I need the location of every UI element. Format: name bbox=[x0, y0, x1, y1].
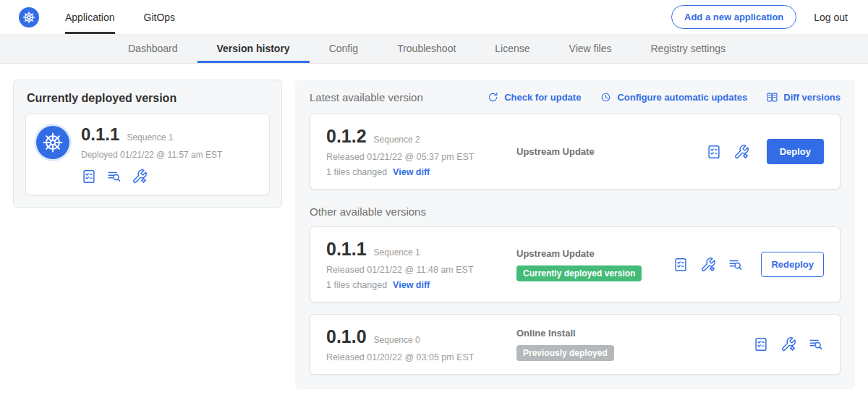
released-timestamp: Released 01/20/22 @ 03:05 pm EST bbox=[326, 352, 511, 362]
deploy-button[interactable]: Deploy bbox=[767, 139, 824, 164]
deployed-timestamp: Deployed 01/21/22 @ 11:57 am EST bbox=[81, 150, 222, 160]
add-application-button[interactable]: Add a new application bbox=[671, 5, 796, 29]
nav-tab-application[interactable]: Application bbox=[65, 0, 115, 34]
app-logo bbox=[19, 0, 39, 34]
released-timestamp: Released 01/21/22 @ 11:48 am EST bbox=[326, 265, 511, 275]
diff-versions-link[interactable]: Diff versions bbox=[766, 91, 841, 103]
preview-files-icon[interactable] bbox=[728, 257, 744, 273]
check-for-update-link[interactable]: Check for update bbox=[487, 91, 581, 103]
files-changed-label: 1 files changed bbox=[326, 280, 387, 290]
logout-link[interactable]: Log out bbox=[814, 12, 848, 23]
subnav-tab-registry-settings[interactable]: Registry settings bbox=[631, 34, 744, 63]
diff-versions-label: Diff versions bbox=[783, 92, 841, 103]
check-for-update-label: Check for update bbox=[504, 92, 581, 103]
sequence-label: Sequence 1 bbox=[374, 247, 420, 258]
source-label: Upstream Update bbox=[516, 248, 673, 259]
release-notes-icon[interactable] bbox=[706, 144, 722, 160]
currently-deployed-title: Currently deployed version bbox=[27, 92, 270, 105]
main-content: Currently deployed version 0.1.1 Sequenc… bbox=[0, 64, 868, 389]
navbar-right: Add a new application Log out bbox=[671, 0, 848, 34]
app-icon bbox=[36, 126, 69, 159]
deployed-version-info: 0.1.1 Sequence 1 Deployed 01/21/22 @ 11:… bbox=[81, 124, 222, 184]
latest-version-title: Latest available version bbox=[310, 91, 423, 103]
sequence-label: Sequence 2 bbox=[374, 135, 420, 145]
subnav-tab-config[interactable]: Config bbox=[310, 34, 378, 63]
deployed-version-number: 0.1.1 bbox=[81, 124, 119, 145]
kubernetes-logo-icon bbox=[19, 7, 39, 27]
subnav-tab-version-history[interactable]: Version history bbox=[197, 34, 310, 63]
version-card-0-1-2: 0.1.2 Sequence 2 Released 01/21/22 @ 05:… bbox=[310, 114, 841, 190]
version-source: Upstream Update Currently deployed versi… bbox=[511, 248, 673, 281]
edit-config-icon[interactable] bbox=[700, 257, 716, 273]
release-notes-icon[interactable] bbox=[81, 169, 97, 184]
deployed-sequence-label: Sequence 1 bbox=[127, 132, 173, 143]
source-label: Online Install bbox=[516, 328, 753, 339]
redeploy-button[interactable]: Redeploy bbox=[761, 252, 824, 277]
diff-icon bbox=[766, 91, 778, 103]
currently-deployed-badge: Currently deployed version bbox=[516, 265, 642, 281]
release-notes-icon[interactable] bbox=[673, 257, 689, 273]
preview-files-icon[interactable] bbox=[106, 169, 122, 184]
version-source: Upstream Update bbox=[511, 146, 706, 157]
version-number: 0.1.1 bbox=[326, 239, 367, 260]
latest-version-header: Latest available version Check for updat… bbox=[310, 91, 841, 103]
preview-files-icon[interactable] bbox=[808, 336, 824, 352]
other-versions-title: Other available versions bbox=[310, 205, 841, 218]
top-navbar: Application GitOps Add a new application… bbox=[0, 0, 868, 34]
edit-config-icon[interactable] bbox=[132, 169, 148, 184]
version-card-0-1-1: 0.1.1 Sequence 1 Released 01/21/22 @ 11:… bbox=[310, 226, 841, 302]
version-history-panel: Latest available version Check for updat… bbox=[295, 80, 855, 389]
subnav-tab-dashboard[interactable]: Dashboard bbox=[109, 34, 197, 63]
release-notes-icon[interactable] bbox=[753, 336, 769, 352]
previously-deployed-badge: Previously deployed bbox=[516, 345, 614, 361]
currently-deployed-panel: Currently deployed version 0.1.1 Sequenc… bbox=[13, 80, 282, 208]
view-diff-link[interactable]: View diff bbox=[393, 167, 430, 177]
released-timestamp: Released 01/21/22 @ 05:37 pm EST bbox=[326, 152, 511, 162]
edit-config-icon[interactable] bbox=[780, 336, 796, 352]
view-diff-link[interactable]: View diff bbox=[393, 280, 430, 290]
files-changed-label: 1 files changed bbox=[326, 167, 387, 177]
sequence-label: Sequence 0 bbox=[374, 335, 420, 345]
configure-automatic-updates-link[interactable]: Configure automatic updates bbox=[600, 91, 747, 103]
nav-tab-gitops[interactable]: GitOps bbox=[144, 0, 176, 34]
subnav-tab-license[interactable]: License bbox=[475, 34, 549, 63]
subnav-tab-view-files[interactable]: View files bbox=[550, 34, 631, 63]
source-label: Upstream Update bbox=[516, 146, 706, 157]
version-number: 0.1.0 bbox=[326, 326, 367, 347]
version-info: 0.1.2 Sequence 2 Released 01/21/22 @ 05:… bbox=[326, 126, 511, 177]
version-number: 0.1.2 bbox=[326, 126, 367, 147]
app-subnav: Dashboard Version history Config Trouble… bbox=[0, 34, 868, 64]
version-info: 0.1.1 Sequence 1 Released 01/21/22 @ 11:… bbox=[326, 239, 511, 290]
version-info: 0.1.0 Sequence 0 Released 01/20/22 @ 03:… bbox=[326, 326, 511, 362]
refresh-icon bbox=[487, 91, 499, 103]
edit-config-icon[interactable] bbox=[733, 144, 749, 160]
version-card-0-1-0: 0.1.0 Sequence 0 Released 01/20/22 @ 03:… bbox=[310, 314, 841, 375]
version-source: Online Install Previously deployed bbox=[511, 328, 753, 361]
subnav-tab-troubleshoot[interactable]: Troubleshoot bbox=[378, 34, 475, 63]
clock-icon bbox=[600, 91, 612, 103]
deployed-version-card: 0.1.1 Sequence 1 Deployed 01/21/22 @ 11:… bbox=[25, 114, 270, 195]
configure-automatic-updates-label: Configure automatic updates bbox=[617, 92, 747, 103]
